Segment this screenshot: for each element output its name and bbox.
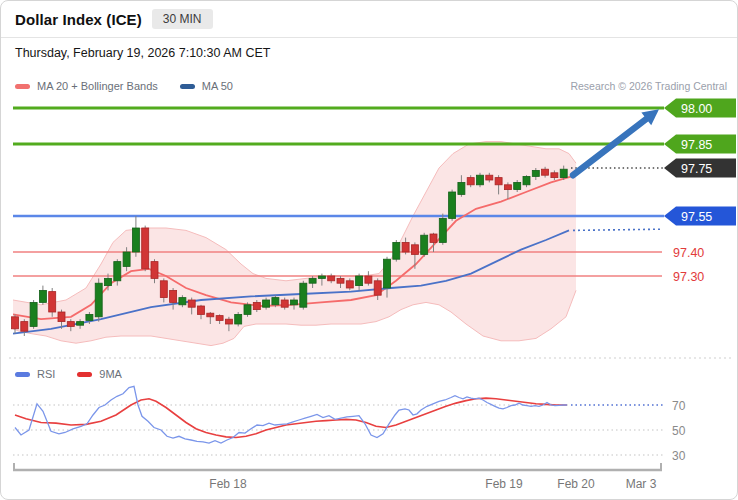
ma50-line bbox=[13, 229, 661, 333]
candlestick-series bbox=[12, 166, 568, 336]
x-axis-label: Mar 3 bbox=[626, 477, 657, 491]
svg-text:98.00: 98.00 bbox=[681, 102, 712, 116]
rsi-grid-label-30: 30 bbox=[672, 449, 686, 463]
rsi-swatch bbox=[15, 372, 30, 377]
rsi-gridlines: 705030 bbox=[13, 399, 686, 463]
x-axis: Feb 18Feb 19Feb 20Mar 3 bbox=[13, 463, 662, 491]
ma50-forecast-dotted bbox=[573, 229, 661, 230]
ma20-bollinger-swatch bbox=[15, 84, 30, 89]
trading-central-widget: Dollar Index (ICE) 30 MIN Thursday, Febr… bbox=[0, 0, 738, 500]
rsi-line bbox=[15, 386, 567, 443]
x-axis-label: Feb 18 bbox=[209, 477, 247, 491]
bollinger-band bbox=[13, 142, 576, 346]
x-axis-label: Feb 19 bbox=[485, 477, 523, 491]
rsi-label: RSI bbox=[37, 368, 55, 380]
level-lines bbox=[13, 108, 664, 276]
rsi-grid-label-50: 50 bbox=[672, 424, 686, 438]
price-chart-legend: MA 20 + Bollinger Bands MA 50 Research ©… bbox=[15, 80, 727, 92]
ma20-bollinger-label: MA 20 + Bollinger Bands bbox=[37, 80, 158, 92]
price-tag-97.55: 97.55 bbox=[664, 207, 736, 226]
price-and-rsi-chart: 98.0097.8597.7597.5597.4097.30705030Feb … bbox=[1, 1, 738, 500]
instrument-title: Dollar Index (ICE) bbox=[15, 11, 142, 28]
support-level-text-97.30: 97.30 bbox=[673, 270, 704, 284]
forecast-arrow bbox=[573, 109, 659, 175]
rsi-legend: RSI 9MA bbox=[15, 368, 136, 380]
timeframe-badge: 30 MIN bbox=[152, 9, 213, 29]
rsi-grid-label-70: 70 bbox=[672, 399, 686, 413]
ma20-line bbox=[13, 175, 576, 319]
attribution: Research © 2026 Trading Central bbox=[570, 80, 727, 92]
legend-item-ma20-bollinger: MA 20 + Bollinger Bands bbox=[15, 80, 158, 92]
svg-text:97.55: 97.55 bbox=[681, 210, 712, 224]
svg-text:97.75: 97.75 bbox=[681, 162, 712, 176]
ma50-label: MA 50 bbox=[202, 80, 233, 92]
header: Dollar Index (ICE) 30 MIN bbox=[1, 1, 737, 38]
analysis-datetime: Thursday, February 19, 2026 7:10:30 AM C… bbox=[1, 38, 737, 60]
price-tag-97.75: 97.75 bbox=[664, 159, 736, 178]
svg-text:97.85: 97.85 bbox=[681, 138, 712, 152]
price-tag-97.85: 97.85 bbox=[664, 135, 736, 154]
ma9-line bbox=[15, 398, 567, 437]
ma9-swatch bbox=[77, 372, 92, 377]
support-level-text-97.40: 97.40 bbox=[673, 246, 704, 260]
legend-item-9ma: 9MA bbox=[77, 368, 122, 380]
x-axis-label: Feb 20 bbox=[557, 477, 595, 491]
ma9-label: 9MA bbox=[99, 368, 122, 380]
ma50-swatch bbox=[180, 84, 195, 89]
legend-item-ma50: MA 50 bbox=[180, 80, 233, 92]
legend-item-rsi: RSI bbox=[15, 368, 55, 380]
price-tag-98.00: 98.00 bbox=[664, 99, 736, 118]
